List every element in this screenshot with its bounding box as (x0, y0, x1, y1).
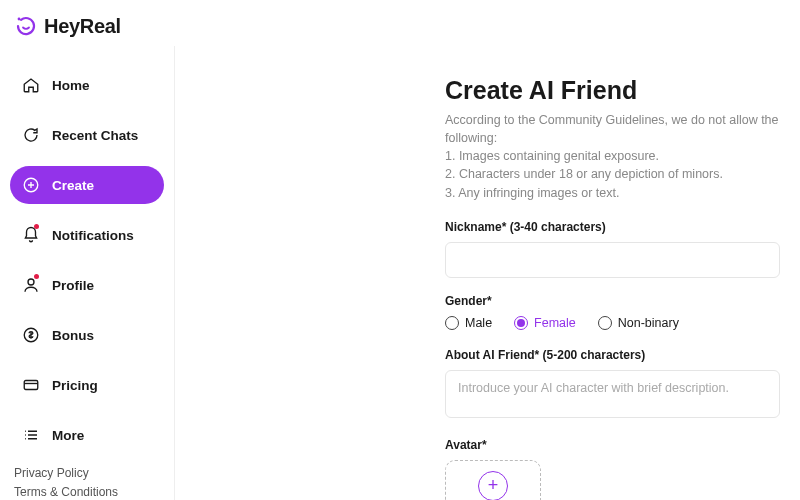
radio-label: Non-binary (618, 316, 679, 330)
radio-icon (445, 316, 459, 330)
terms-link[interactable]: Terms & Conditions (14, 485, 160, 499)
gender-option-male[interactable]: Male (445, 316, 492, 330)
radio-label: Female (534, 316, 576, 330)
sidebar-item-home[interactable]: Home (10, 66, 164, 104)
sidebar-item-pricing[interactable]: Pricing (10, 366, 164, 404)
notification-dot-icon (34, 274, 39, 279)
plus-circle-icon (22, 176, 40, 194)
nickname-label: Nickname* (3-40 characters) (445, 220, 780, 234)
svg-point-2 (28, 279, 34, 285)
guidelines-rule-2: 2. Characters under 18 or any depiction … (445, 165, 780, 183)
radio-label: Male (465, 316, 492, 330)
svg-rect-4 (24, 381, 38, 390)
radio-icon (598, 316, 612, 330)
guidelines-rule-1: 1. Images containing genital exposure. (445, 147, 780, 165)
brand-name: HeyReal (44, 15, 121, 38)
sidebar-item-more[interactable]: More (10, 416, 164, 454)
sidebar-footer: Privacy Policy Terms & Conditions (10, 466, 164, 500)
nickname-input[interactable] (445, 242, 780, 278)
guidelines-rule-3: 3. Any infringing images or text. (445, 184, 780, 202)
card-icon (22, 376, 40, 394)
guidelines-intro: According to the Community Guidelines, w… (445, 111, 780, 147)
gender-label: Gender* (445, 294, 780, 308)
chat-icon (22, 126, 40, 144)
home-icon (22, 76, 40, 94)
sidebar: Home Recent Chats Create Notifications (0, 46, 175, 500)
privacy-link[interactable]: Privacy Policy (14, 466, 160, 480)
sidebar-item-label: Profile (52, 278, 94, 293)
about-label: About AI Friend* (5-200 characters) (445, 348, 780, 362)
logo-icon (14, 14, 38, 38)
sidebar-item-notifications[interactable]: Notifications (10, 216, 164, 254)
sidebar-item-label: Bonus (52, 328, 94, 343)
avatar-label: Avatar* (445, 438, 780, 452)
gender-option-female[interactable]: Female (514, 316, 576, 330)
app-header: HeyReal (0, 0, 800, 46)
sidebar-item-profile[interactable]: Profile (10, 266, 164, 304)
sidebar-item-label: More (52, 428, 84, 443)
gender-radio-group: Male Female Non-binary (445, 316, 780, 330)
guidelines-text: According to the Community Guidelines, w… (445, 111, 780, 202)
brand-logo[interactable]: HeyReal (14, 14, 121, 38)
dollar-icon (22, 326, 40, 344)
plus-icon: + (478, 471, 508, 500)
avatar-upload-button[interactable]: + Upload (445, 460, 541, 500)
svg-point-0 (18, 18, 21, 21)
sidebar-item-recent-chats[interactable]: Recent Chats (10, 116, 164, 154)
sidebar-item-label: Home (52, 78, 90, 93)
notification-dot-icon (34, 224, 39, 229)
radio-icon (514, 316, 528, 330)
sidebar-item-bonus[interactable]: Bonus (10, 316, 164, 354)
page-title: Create AI Friend (445, 76, 780, 105)
main-content: Create AI Friend According to the Commun… (175, 46, 800, 500)
sidebar-item-create[interactable]: Create (10, 166, 164, 204)
list-icon (22, 426, 40, 444)
sidebar-item-label: Create (52, 178, 94, 193)
about-textarea[interactable]: Introduce your AI character with brief d… (445, 370, 780, 418)
gender-option-nonbinary[interactable]: Non-binary (598, 316, 679, 330)
sidebar-item-label: Pricing (52, 378, 98, 393)
sidebar-item-label: Notifications (52, 228, 134, 243)
sidebar-item-label: Recent Chats (52, 128, 138, 143)
